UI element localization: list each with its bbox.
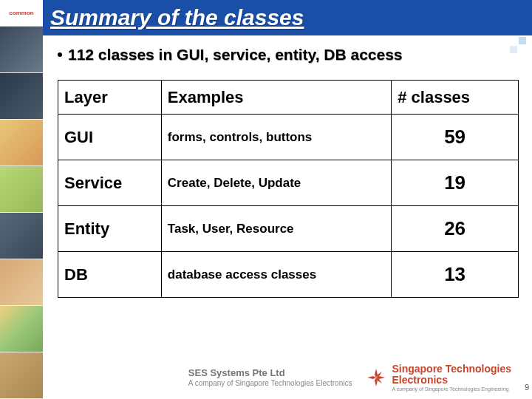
company-subtitle: A company of Singapore Technologies Elec…	[188, 379, 352, 388]
svg-marker-3	[367, 376, 376, 379]
cell-examples: database access classes	[161, 252, 391, 298]
cell-examples: Task, User, Resource	[161, 206, 391, 252]
table-row: DB database access classes 13	[58, 252, 519, 298]
bullet-item: 112 classes in GUI, service, entity, DB …	[58, 46, 514, 64]
sidebar-thumb	[0, 120, 43, 166]
sidebar-thumb	[0, 73, 43, 120]
sidebar-thumb	[0, 352, 43, 399]
cell-examples: forms, controls, buttons	[161, 115, 391, 160]
table-row: GUI forms, controls, buttons 59	[58, 115, 519, 160]
footer-st-logo: Singapore Technologies Electronics A com…	[365, 364, 511, 392]
title-bar: Summary of the classes	[43, 0, 532, 35]
page-number: 9	[525, 383, 529, 392]
sidebar-logo: common	[0, 0, 43, 27]
sidebar-thumb	[0, 213, 43, 259]
table-header-row: Layer Examples # classes	[58, 81, 519, 115]
company-name: SES Systems Pte Ltd	[188, 367, 352, 379]
st-text: Singapore Technologies Electronics A com…	[392, 364, 511, 392]
header-layer: Layer	[58, 81, 162, 115]
cell-layer: DB	[58, 252, 162, 298]
sidebar-thumb	[0, 27, 43, 73]
slide-title: Summary of the classes	[50, 5, 304, 30]
classes-table: Layer Examples # classes GUI forms, cont…	[58, 80, 519, 298]
sidebar-thumb	[0, 166, 43, 213]
cell-count: 26	[392, 206, 519, 252]
cell-layer: GUI	[58, 115, 162, 160]
footer-company: SES Systems Pte Ltd A company of Singapo…	[188, 367, 352, 388]
cell-layer: Entity	[58, 206, 162, 252]
cell-count: 13	[392, 252, 519, 298]
slide-content: 112 classes in GUI, service, entity, DB …	[43, 35, 525, 298]
bullet-text: 112 classes in GUI, service, entity, DB …	[68, 46, 403, 64]
header-examples: Examples	[161, 81, 391, 115]
table-row: Entity Task, User, Resource 26	[58, 206, 519, 252]
header-count: # classes	[392, 81, 519, 115]
star-icon	[365, 366, 387, 389]
footer: SES Systems Pte Ltd A company of Singapo…	[43, 361, 525, 395]
cell-examples: Create, Delete, Update	[161, 160, 391, 206]
cell-count: 59	[392, 115, 519, 160]
sidebar-thumb	[0, 306, 43, 352]
sidebar-thumbnails: common	[0, 0, 43, 399]
sidebar-thumb	[0, 259, 43, 306]
bullet-icon	[58, 52, 62, 57]
cell-layer: Service	[58, 160, 162, 206]
cell-count: 19	[392, 160, 519, 206]
table-row: Service Create, Delete, Update 19	[58, 160, 519, 206]
